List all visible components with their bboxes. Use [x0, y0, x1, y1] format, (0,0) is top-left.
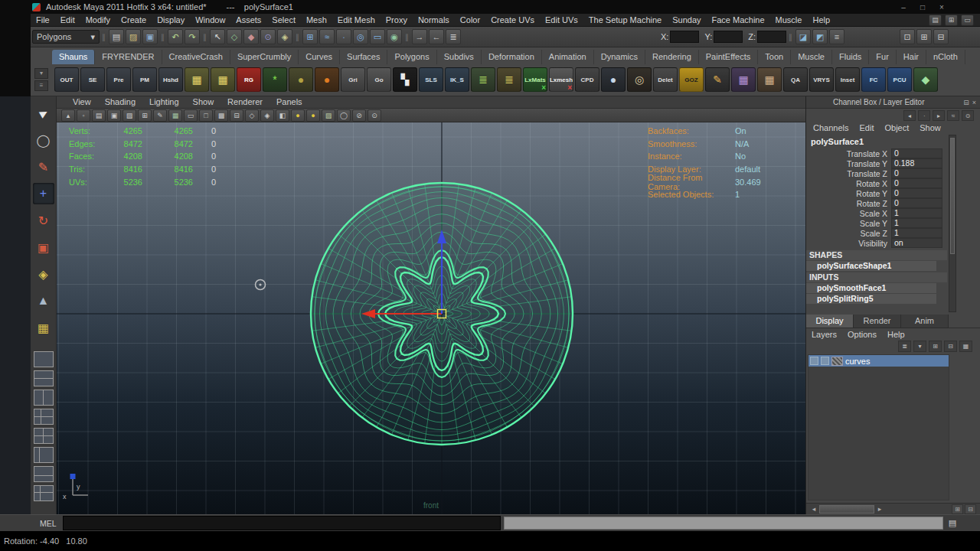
shelf-tan-grid-button[interactable]: ▦ — [757, 67, 782, 92]
maximize-button[interactable]: □ — [916, 3, 929, 11]
attribute-value-rotate-x[interactable]: 0 — [891, 178, 942, 188]
select-component-icon[interactable]: ◆ — [243, 29, 259, 44]
menu-create[interactable]: Create — [116, 14, 152, 26]
snap-projected-center-icon[interactable]: ◎ — [353, 29, 368, 44]
shelf-tab-fryrender[interactable]: FRYRENDER — [95, 50, 162, 64]
viewport-menu-panels[interactable]: Panels — [270, 96, 309, 108]
redo-icon[interactable]: ↷ — [185, 29, 200, 44]
new-empty-layer-icon[interactable]: ▦ — [959, 341, 972, 352]
pin-channel-icon[interactable]: ⊙ — [962, 110, 974, 121]
soft-modification-tool[interactable]: ▲ — [33, 290, 54, 311]
menu-the-setup-machine[interactable]: The Setup Machine — [583, 14, 667, 26]
shelf-tab-surfaces[interactable]: Surfaces — [340, 50, 387, 64]
shelf-tab-animation[interactable]: Animation — [542, 50, 594, 64]
shelf-tab-toon[interactable]: Toon — [758, 50, 791, 64]
shelf-tab-rendering[interactable]: Rendering — [645, 50, 699, 64]
shelf-checker-button[interactable]: ▚ — [393, 67, 417, 92]
channel-panel-bottom-scrollbar[interactable]: ◂▸⊞⊟ — [806, 503, 980, 514]
move-tool[interactable]: + — [33, 183, 54, 204]
menu-normals[interactable]: Normals — [413, 14, 455, 26]
layer-editor-tab-render[interactable]: Render — [854, 315, 901, 328]
snap-curve-icon[interactable]: ≈ — [319, 29, 335, 44]
shelf-fc-button[interactable]: FC — [861, 67, 886, 92]
highlight-selection-icon[interactable]: ◈ — [277, 29, 292, 44]
attribute-value-scale-z[interactable]: 1 — [891, 228, 942, 238]
menu-edit-mesh[interactable]: Edit Mesh — [332, 14, 381, 26]
menu-face-machine[interactable]: Face Machine — [707, 14, 770, 26]
shaded-mode-icon[interactable]: ● — [306, 109, 320, 122]
node-polysplitring5[interactable]: polySplitRing5 — [806, 294, 936, 304]
menu-create-uvs[interactable]: Create UVs — [485, 14, 540, 26]
bookmark-icon[interactable]: ▣ — [107, 109, 121, 122]
y-coordinate-field[interactable] — [714, 31, 743, 43]
fast-speed-icon[interactable]: ▸ — [933, 110, 945, 121]
wireframe-mode-icon[interactable]: ◯ — [337, 109, 351, 122]
output-connections-icon[interactable]: ← — [429, 29, 444, 44]
shelf-stack-yellow-button[interactable]: ≣ — [497, 67, 521, 92]
menu-help[interactable]: Help — [807, 14, 835, 26]
viewport-menu-shading[interactable]: Shading — [98, 96, 142, 108]
graph-persp-layout[interactable] — [34, 466, 54, 482]
attribute-value-rotate-y[interactable]: 0 — [891, 188, 942, 198]
two-d-pan-zoom-icon[interactable]: ⊞ — [138, 109, 152, 122]
isolate-select-icon[interactable]: ⊙ — [368, 109, 381, 122]
menu-assets[interactable]: Assets — [230, 14, 266, 26]
channel-box-menu-object[interactable]: Object — [879, 122, 914, 134]
shelf-tab-painteffects[interactable]: PaintEffects — [699, 50, 759, 64]
textured-mode-icon[interactable]: ▨ — [322, 109, 335, 122]
shelf-tab-polygons[interactable]: Polygons — [387, 50, 436, 64]
shelf-yellow-grid2-button[interactable]: ▦ — [211, 67, 235, 92]
command-output-field[interactable] — [504, 517, 943, 530]
layer-options-icon[interactable]: ▾ — [913, 341, 926, 352]
minimize-button[interactable]: – — [897, 3, 910, 11]
four-panes-layout[interactable] — [34, 428, 54, 444]
shelf-tab-dynamics[interactable]: Dynamics — [594, 50, 645, 64]
layer-visibility-toggle[interactable] — [810, 357, 818, 365]
channel-box-scrollbar[interactable] — [949, 135, 956, 312]
open-scene-icon[interactable]: ▨ — [126, 29, 141, 44]
medium-speed-icon[interactable]: ∙ — [918, 110, 930, 121]
shelf-pencil-button[interactable]: ✎ — [705, 67, 730, 92]
make-live-icon[interactable]: ◉ — [387, 29, 402, 44]
menu-muscle[interactable]: Muscle — [770, 14, 808, 26]
shelf-olive-button[interactable]: ● — [289, 67, 313, 92]
slow-speed-icon[interactable]: ◂ — [903, 110, 916, 121]
channel-box-menu-show[interactable]: Show — [914, 122, 946, 134]
safe-action-icon[interactable]: ◇ — [245, 109, 259, 122]
viewport-canvas[interactable]: xy Verts:426542650Edges:847284720Faces:4… — [57, 122, 805, 514]
shelf-tab-hair[interactable]: Hair — [897, 50, 926, 64]
attribute-value-rotate-z[interactable]: 0 — [891, 198, 942, 208]
scroll-left-icon[interactable]: ◂ — [810, 505, 818, 513]
attribute-value-translate-x[interactable]: 0 — [891, 148, 942, 158]
fill-mode-icon[interactable]: ◧ — [276, 109, 289, 122]
x-coordinate-field[interactable] — [670, 31, 699, 43]
shelf-tab-fur[interactable]: Fur — [869, 50, 897, 64]
image-plane-icon[interactable]: ▨ — [122, 109, 136, 122]
construction-history-icon[interactable]: ≣ — [446, 29, 461, 44]
shelf-purple-grid-button[interactable]: ▦ — [731, 67, 756, 92]
layer-color-swatch[interactable] — [831, 357, 843, 366]
node-polysmoothface1[interactable]: polySmoothFace1 — [806, 283, 936, 293]
layer-row-curves[interactable]: curves — [808, 355, 949, 367]
shelf-tab-subdivs[interactable]: Subdivs — [437, 50, 482, 64]
viewport-menu-lighting[interactable]: Lighting — [142, 96, 186, 108]
shelf-vrys-button[interactable]: VRYS — [809, 67, 834, 92]
shelf-wrench-button[interactable]: ◆ — [913, 67, 938, 92]
shelf-inset-button[interactable]: Inset — [835, 67, 860, 92]
shelf-out-button[interactable]: OUT — [54, 67, 79, 92]
shelf-pm-button[interactable]: PM — [132, 67, 157, 92]
shelf-pre-button[interactable]: Pre — [106, 67, 131, 92]
shelf-hshd-button[interactable]: Hshd — [158, 67, 183, 92]
mel-input[interactable] — [63, 516, 501, 530]
shelf-delete-button[interactable]: Delet — [653, 67, 678, 92]
shelf-iks-button[interactable]: IK_S — [445, 67, 469, 92]
undo-icon[interactable]: ↶ — [168, 29, 183, 44]
field-chart-icon[interactable]: ⊟ — [230, 109, 243, 122]
menu-window[interactable]: Window — [190, 14, 230, 26]
shelf-ring-button[interactable]: ◎ — [627, 67, 652, 92]
shelf-orange-button[interactable]: ● — [315, 67, 339, 92]
two-panes-stacked-layout[interactable] — [34, 370, 54, 386]
shelf-tab-switch-icon[interactable]: ▾ — [34, 68, 48, 79]
shelf-tab-ncloth[interactable]: nCloth — [926, 50, 965, 64]
help-line-toggle-icon[interactable]: ▭ — [961, 15, 974, 26]
